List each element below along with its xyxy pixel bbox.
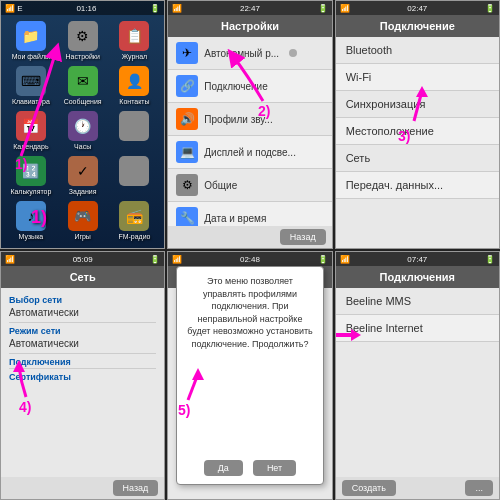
- settings-item-3[interactable]: 💻Дисплей и подсве...: [168, 136, 331, 169]
- beeline-item-1[interactable]: Beeline Internet: [336, 315, 499, 342]
- status-time-3: 02:47: [407, 4, 427, 13]
- connection-item-1[interactable]: Wi-Fi: [336, 64, 499, 91]
- status-signal-1: 📶 E: [5, 4, 23, 13]
- panel-network: 📶 05:09 🔋 Сеть Выбор сетиАвтоматическиРе…: [0, 251, 165, 500]
- status-time-1: 01:16: [76, 4, 96, 13]
- connections-list-header: Подключения: [336, 266, 499, 288]
- status-battery-3: 🔋: [485, 4, 495, 13]
- connections-list-footer: Создать ...: [336, 477, 499, 499]
- app-grid: 📁Мои файлы⚙Настройки📋Журнал⌨Клавиатура✉С…: [1, 15, 164, 248]
- panel-dialog: 📶 02:48 🔋 Сеть Выбор сети Это меню позво…: [167, 251, 332, 500]
- settings-header: Настройки: [168, 15, 331, 37]
- connections-list: BluetoothWi-FiСинхронизацияМестоположени…: [336, 37, 499, 248]
- status-signal-5: 📶: [172, 255, 182, 264]
- app-icon-4[interactable]: ✉Сообщения: [59, 66, 107, 107]
- panel-connection: 📶 02:47 🔋 Подключение BluetoothWi-FiСинх…: [335, 0, 500, 249]
- panel-connections-list: 📶 07:47 🔋 Подключения Beeline MMSBeeline…: [335, 251, 500, 500]
- dialog-buttons: Да Нет: [185, 456, 314, 476]
- app-icon-10[interactable]: ✓Задания: [59, 156, 107, 197]
- network-value-0: Автоматически: [5, 306, 160, 322]
- app-icon-8[interactable]: [111, 111, 159, 152]
- status-bar-6: 📶 07:47 🔋: [336, 252, 499, 266]
- network-header: Сеть: [1, 266, 164, 288]
- settings-back-btn[interactable]: Назад: [280, 229, 326, 245]
- connection-item-0[interactable]: Bluetooth: [336, 37, 499, 64]
- status-bar-4: 📶 05:09 🔋: [1, 252, 164, 266]
- dialog-box: Это меню позволяет управлять профилями п…: [176, 266, 323, 485]
- network-back-btn[interactable]: Назад: [113, 480, 159, 496]
- network-list: Выбор сетиАвтоматическиРежим сетиАвтомат…: [1, 288, 164, 477]
- status-time-4: 05:09: [73, 255, 93, 264]
- settings-item-4[interactable]: ⚙Общие: [168, 169, 331, 202]
- app-icon-6[interactable]: 📅Календарь: [7, 111, 55, 152]
- network-label-0: Выбор сети: [5, 292, 160, 306]
- app-icon-12[interactable]: ♪Музыка: [7, 201, 55, 242]
- status-battery-5: 🔋: [318, 255, 328, 264]
- panel-home: 📶 E 01:16 🔋 📁Мои файлы⚙Настройки📋Журнал⌨…: [0, 0, 165, 249]
- status-signal-2: 📶: [172, 4, 182, 13]
- app-icon-9[interactable]: 🔢Калькулятор: [7, 156, 55, 197]
- status-battery-6: 🔋: [485, 255, 495, 264]
- app-icon-3[interactable]: ⌨Клавиатура: [7, 66, 55, 107]
- connections-more-btn[interactable]: ...: [465, 480, 493, 496]
- status-bar-1: 📶 E 01:16 🔋: [1, 1, 164, 15]
- network-footer: Назад: [1, 477, 164, 499]
- status-time-6: 07:47: [407, 255, 427, 264]
- status-signal-6: 📶: [340, 255, 350, 264]
- app-icon-7[interactable]: 🕐Часы: [59, 111, 107, 152]
- network-label-1: Режим сети: [5, 323, 160, 337]
- status-bar-5: 📶 02:48 🔋: [168, 252, 331, 266]
- app-icon-0[interactable]: 📁Мои файлы: [7, 21, 55, 62]
- status-signal-3: 📶: [340, 4, 350, 13]
- status-time-2: 22:47: [240, 4, 260, 13]
- dialog-no-btn[interactable]: Нет: [253, 460, 296, 476]
- settings-item-5[interactable]: 🔧Дата и время: [168, 202, 331, 226]
- status-battery-1: 🔋: [150, 4, 160, 13]
- app-icon-14[interactable]: 📻FM-радио: [111, 201, 159, 242]
- app-icon-11[interactable]: [111, 156, 159, 197]
- settings-item-2[interactable]: 🔊Профили зву...: [168, 103, 331, 136]
- status-bar-3: 📶 02:47 🔋: [336, 1, 499, 15]
- status-bar-2: 📶 22:47 🔋: [168, 1, 331, 15]
- status-signal-4: 📶: [5, 255, 15, 264]
- app-icon-13[interactable]: 🎮Игры: [59, 201, 107, 242]
- network-label-3: Сертификаты: [5, 369, 160, 383]
- app-icon-1[interactable]: ⚙Настройки: [59, 21, 107, 62]
- connection-header: Подключение: [336, 15, 499, 37]
- connection-item-3[interactable]: Местоположение: [336, 118, 499, 145]
- settings-item-1[interactable]: 🔗Подключение: [168, 70, 331, 103]
- network-label-2: Подключения: [5, 354, 160, 368]
- settings-item-0[interactable]: ✈Автономный р...: [168, 37, 331, 70]
- connection-item-4[interactable]: Сеть: [336, 145, 499, 172]
- status-time-5: 02:48: [240, 255, 260, 264]
- app-icon-5[interactable]: 👤Контакты: [111, 66, 159, 107]
- beeline-connections-list: Beeline MMSBeeline Internet: [336, 288, 499, 477]
- connections-create-btn[interactable]: Создать: [342, 480, 396, 496]
- network-value-1: Автоматически: [5, 337, 160, 353]
- status-battery-2: 🔋: [318, 4, 328, 13]
- connection-item-2[interactable]: Синхронизация: [336, 91, 499, 118]
- connection-item-5[interactable]: Передач. данных...: [336, 172, 499, 199]
- app-icon-2[interactable]: 📋Журнал: [111, 21, 159, 62]
- panel-settings: 📶 22:47 🔋 Настройки ✈Автономный р...🔗Под…: [167, 0, 332, 249]
- beeline-item-0[interactable]: Beeline MMS: [336, 288, 499, 315]
- settings-list: ✈Автономный р...🔗Подключение🔊Профили зву…: [168, 37, 331, 226]
- status-battery-4: 🔋: [150, 255, 160, 264]
- dialog-body-text: Это меню позволяет управлять профилями п…: [185, 275, 314, 456]
- dialog-yes-btn[interactable]: Да: [204, 460, 243, 476]
- settings-footer: Назад: [168, 226, 331, 248]
